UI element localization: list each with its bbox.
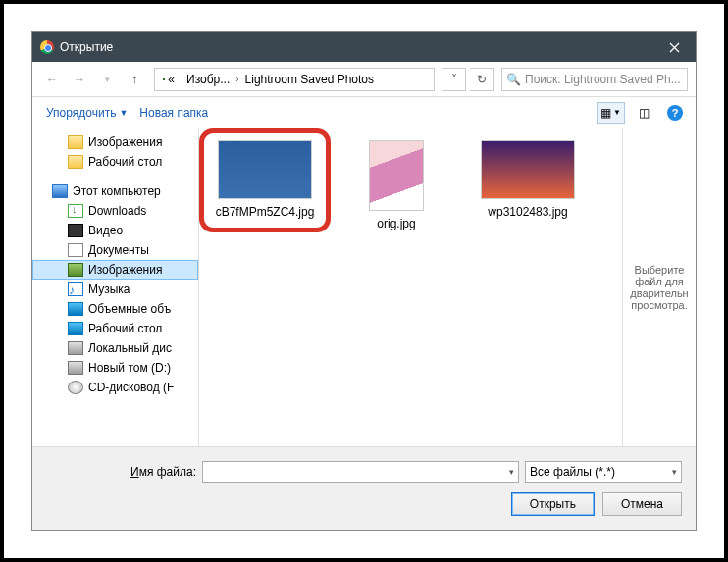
- cd-icon: [68, 381, 83, 394]
- file-thumbnail: [481, 140, 575, 199]
- recent-dropdown[interactable]: ▾: [95, 68, 119, 91]
- file-name: orig.jpg: [342, 217, 450, 232]
- address-bar[interactable]: « Изобр... › Lightroom Saved Photos: [154, 68, 435, 91]
- file-open-dialog: Открытие ← → ▾ ↑ « Изобр... › Lightroom …: [31, 31, 697, 531]
- tree-item-3d-objects[interactable]: Объемные объ: [32, 299, 198, 319]
- tree-item-desktop[interactable]: Рабочий стол: [32, 152, 198, 172]
- chevron-down-icon: ▾: [509, 467, 514, 477]
- organize-menu[interactable]: Упорядочить▼: [40, 102, 133, 124]
- file-item[interactable]: cB7fMPm5ZC4.jpg: [211, 140, 319, 221]
- filename-input[interactable]: ▾: [202, 461, 519, 483]
- close-button[interactable]: [652, 32, 696, 62]
- tree-item-local-disk[interactable]: Локальный дис: [32, 338, 198, 358]
- search-input[interactable]: 🔍 Поиск: Lightroom Saved Ph...: [501, 68, 688, 91]
- preview-pane-button[interactable]: ◫: [631, 102, 656, 124]
- chevron-down-icon: ▼: [119, 108, 128, 118]
- bottom-bar: ИИмя файла:мя файла: ▾ Все файлы (*.*)▾ …: [32, 446, 696, 530]
- objects-icon: [68, 302, 83, 316]
- drive-icon: [68, 341, 83, 355]
- navigation-tree[interactable]: Изображения Рабочий стол Этот компьютер …: [32, 128, 199, 446]
- preview-pane-icon: ◫: [639, 106, 650, 120]
- forward-button: →: [68, 68, 91, 91]
- desktop-icon: [68, 322, 83, 335]
- navbar: ← → ▾ ↑ « Изобр... › Lightroom Saved Pho…: [32, 62, 696, 97]
- help-button[interactable]: ?: [662, 102, 688, 124]
- tree-item-music[interactable]: ♪Музыка: [32, 280, 198, 299]
- view-mode-button[interactable]: ▦▼: [597, 102, 625, 124]
- search-icon: 🔍: [506, 73, 521, 86]
- drive-icon: [68, 361, 83, 375]
- tree-item-this-pc[interactable]: Этот компьютер: [32, 181, 198, 201]
- file-thumbnail: [218, 140, 312, 199]
- chevron-down-icon: ▼: [613, 108, 621, 117]
- file-list[interactable]: cB7fMPm5ZC4.jpg orig.jpg wp3102483.jpg: [199, 128, 622, 446]
- tree-item-cd-drive[interactable]: CD-дисковод (F: [32, 378, 198, 397]
- breadcrumb-root[interactable]: «: [157, 69, 181, 90]
- toolbar: Упорядочить▼ Новая папка ▦▼ ◫ ?: [32, 97, 696, 128]
- music-icon: ♪: [68, 282, 83, 296]
- tree-item-pictures[interactable]: Изображения: [32, 132, 198, 152]
- close-icon: [669, 42, 680, 53]
- video-icon: [68, 224, 83, 237]
- tree-item-new-volume[interactable]: Новый том (D:): [32, 358, 198, 378]
- tree-item-video[interactable]: Видео: [32, 221, 198, 240]
- cancel-button[interactable]: Отмена: [602, 492, 682, 516]
- back-button: ←: [40, 68, 64, 91]
- open-button[interactable]: Открыть: [511, 492, 595, 516]
- tree-item-pictures-selected[interactable]: Изображения: [32, 260, 198, 280]
- folder-icon: [68, 135, 83, 149]
- new-folder-button[interactable]: Новая папка: [133, 102, 214, 124]
- file-name: wp3102483.jpg: [474, 205, 582, 221]
- thumbnails-icon: ▦: [600, 106, 611, 120]
- tree-item-documents[interactable]: Документы: [32, 240, 198, 260]
- window-title: Открытие: [60, 40, 113, 54]
- file-type-filter[interactable]: Все файлы (*.*)▾: [525, 461, 682, 483]
- preview-pane: Выберите файл для дварительн просмотра.: [622, 128, 696, 446]
- tree-item-downloads[interactable]: Downloads: [32, 201, 198, 221]
- chrome-icon: [40, 40, 54, 54]
- address-dropdown[interactable]: ˅: [442, 68, 466, 91]
- help-icon: ?: [667, 105, 683, 121]
- breadcrumb-seg[interactable]: Lightroom Saved Photos: [239, 69, 380, 90]
- pictures-icon: [68, 263, 83, 277]
- file-item[interactable]: orig.jpg: [342, 140, 450, 232]
- search-placeholder: Поиск: Lightroom Saved Ph...: [525, 73, 681, 86]
- breadcrumb-seg[interactable]: Изобр...: [181, 69, 235, 90]
- downloads-icon: [68, 204, 83, 218]
- chevron-down-icon: ▾: [672, 467, 677, 477]
- file-item[interactable]: wp3102483.jpg: [474, 140, 582, 221]
- documents-icon: [68, 243, 83, 257]
- refresh-button[interactable]: ↻: [470, 68, 494, 91]
- filename-label: ИИмя файла:мя файла:: [130, 465, 196, 479]
- titlebar: Открытие: [32, 32, 696, 62]
- folder-icon: [68, 155, 83, 169]
- up-button[interactable]: ↑: [123, 68, 146, 91]
- file-name: cB7fMPm5ZC4.jpg: [211, 205, 319, 221]
- pictures-icon: [163, 78, 165, 80]
- file-thumbnail: [369, 140, 424, 211]
- computer-icon: [52, 184, 68, 198]
- tree-item-desktop2[interactable]: Рабочий стол: [32, 319, 198, 338]
